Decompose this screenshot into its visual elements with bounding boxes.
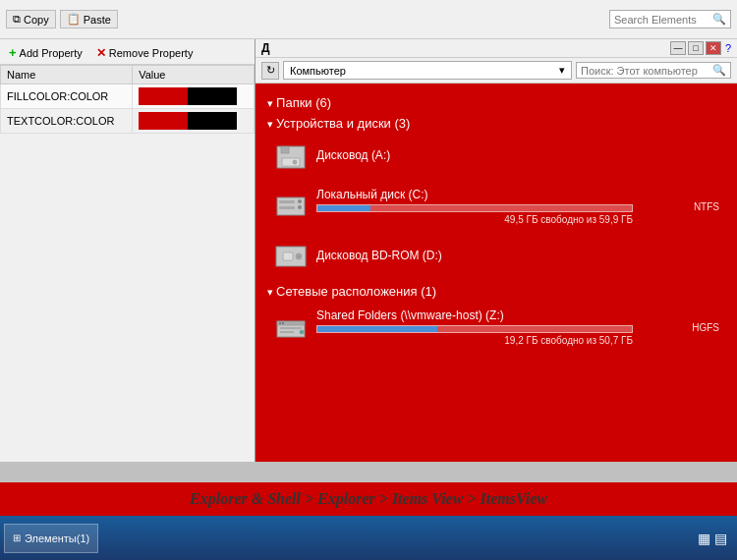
breadcrumb-area: Explorer & Shell > Explorer > Items View… bbox=[0, 482, 737, 516]
search-elements-icon: 🔍 bbox=[712, 13, 726, 26]
svg-point-8 bbox=[298, 205, 302, 209]
table-row: TEXTCOLOR:COLOR bbox=[1, 109, 255, 134]
svg-rect-1 bbox=[281, 146, 289, 153]
network-section-header: Сетевые расположения (1) bbox=[267, 284, 725, 299]
shared-folders-z-bar bbox=[317, 326, 437, 332]
table-row: FILLCOLOR:COLOR bbox=[1, 84, 255, 109]
swatch-black-half bbox=[188, 112, 237, 130]
remove-icon: ✕ bbox=[96, 46, 106, 60]
window-controls: — □ ✕ bbox=[670, 41, 721, 55]
shared-folders-z-fs: HGFS bbox=[641, 322, 719, 333]
shared-folders-z-bar-container bbox=[316, 325, 633, 333]
svg-point-3 bbox=[293, 160, 297, 164]
shared-folders-z-fs-label: HGFS bbox=[692, 322, 719, 333]
explorer-title: Д bbox=[261, 41, 270, 55]
swatch-red-half bbox=[139, 87, 188, 105]
bd-rom-d-info: Дисковод BD-ROM (D:) bbox=[316, 249, 719, 265]
taskbar: ⊞ Элементы(1) ▦ ▤ bbox=[0, 516, 737, 560]
paste-button[interactable]: 📋 Paste bbox=[60, 10, 118, 28]
top-toolbar: ⧉ Copy 📋 Paste 🔍 bbox=[0, 0, 737, 39]
value-column-header: Value bbox=[133, 66, 255, 84]
fillcolor-swatch[interactable] bbox=[139, 87, 237, 105]
svg-rect-17 bbox=[280, 327, 302, 329]
list-item[interactable]: Дисковод BD-ROM (D:) bbox=[267, 237, 725, 276]
add-icon: + bbox=[9, 45, 17, 60]
devices-section-header: Устройства и диски (3) bbox=[267, 116, 725, 131]
list-item[interactable]: Дисковод (A:) bbox=[267, 137, 725, 176]
svg-rect-5 bbox=[279, 200, 295, 203]
bd-rom-d-name: Дисковод BD-ROM (D:) bbox=[316, 249, 719, 262]
property-name-cell: TEXTCOLOR:COLOR bbox=[1, 109, 133, 134]
folders-section-header: Папки (6) bbox=[267, 95, 725, 110]
search-elements-bar: 🔍 bbox=[609, 10, 731, 28]
local-disk-c-name: Локальный диск (C:) bbox=[316, 188, 633, 201]
copy-icon: ⧉ bbox=[13, 13, 21, 26]
address-bar: ↻ Компьютер ▾ 🔍 bbox=[255, 58, 737, 84]
swatch-red-half bbox=[139, 112, 188, 130]
list-item[interactable]: Shared Folders (\\vmware-host) (Z:) 19,2… bbox=[267, 305, 725, 350]
textcolor-swatch[interactable] bbox=[139, 112, 237, 130]
local-disk-c-bar bbox=[317, 205, 370, 211]
svg-point-15 bbox=[279, 322, 281, 324]
add-property-label: Add Property bbox=[20, 47, 83, 59]
svg-rect-10 bbox=[283, 252, 293, 260]
paste-icon: 📋 bbox=[67, 13, 81, 26]
property-toolbar: + Add Property ✕ Remove Property bbox=[0, 39, 255, 65]
taskbar-window-icon: ⊞ bbox=[13, 532, 21, 543]
local-disk-c-info: Локальный диск (C:) 49,5 ГБ свободно из … bbox=[316, 188, 633, 225]
address-text: Компьютер bbox=[290, 65, 346, 77]
svg-rect-2 bbox=[282, 158, 300, 166]
refresh-button[interactable]: ↻ bbox=[261, 62, 279, 80]
search-elements-input[interactable] bbox=[614, 14, 712, 26]
local-disk-c-fs: NTFS bbox=[641, 201, 719, 212]
explorer-content: Папки (6) Устройства и диски (3) Дисково… bbox=[255, 84, 737, 462]
explorer-title-bar: Д — □ ✕ ? bbox=[255, 39, 737, 58]
explorer-search-icon: 🔍 bbox=[712, 64, 726, 77]
svg-rect-7 bbox=[279, 206, 295, 209]
address-input[interactable]: Компьютер ▾ bbox=[283, 61, 572, 80]
left-panel: + Add Property ✕ Remove Property Name Va… bbox=[0, 39, 255, 462]
help-button[interactable]: ? bbox=[725, 42, 731, 54]
taskbar-open-window-button[interactable]: ⊞ Элементы(1) bbox=[4, 524, 98, 553]
svg-point-16 bbox=[282, 322, 284, 324]
svg-rect-18 bbox=[280, 331, 294, 333]
floppy-drive-icon bbox=[273, 140, 309, 172]
paste-label: Paste bbox=[84, 14, 111, 26]
network-drive-icon bbox=[273, 311, 309, 343]
swatch-black-half bbox=[188, 87, 237, 105]
optical-drive-icon bbox=[273, 241, 309, 272]
svg-rect-14 bbox=[277, 321, 305, 325]
add-property-button[interactable]: + Add Property bbox=[4, 43, 87, 62]
taskbar-icons: ▦ ▤ bbox=[698, 531, 733, 546]
svg-point-12 bbox=[298, 255, 300, 257]
property-value-cell[interactable] bbox=[133, 109, 255, 134]
maximize-button[interactable]: □ bbox=[688, 41, 704, 55]
copy-label: Copy bbox=[24, 14, 49, 26]
list-item[interactable]: Локальный диск (C:) 49,5 ГБ свободно из … bbox=[267, 184, 725, 229]
shared-folders-z-free: 19,2 ГБ свободно из 50,7 ГБ bbox=[316, 335, 633, 346]
local-disk-c-free: 49,5 ГБ свободно из 59,9 ГБ bbox=[316, 214, 633, 225]
remove-property-button[interactable]: ✕ Remove Property bbox=[91, 44, 198, 62]
shared-folders-z-name: Shared Folders (\\vmware-host) (Z:) bbox=[316, 308, 633, 322]
close-button[interactable]: ✕ bbox=[706, 41, 721, 55]
name-column-header: Name bbox=[1, 66, 133, 84]
floppy-drive-name: Дисковод (A:) bbox=[316, 148, 719, 162]
breadcrumb: Explorer & Shell > Explorer > Items View… bbox=[190, 490, 547, 507]
minimize-button[interactable]: — bbox=[670, 41, 686, 55]
local-disk-c-bar-container bbox=[316, 204, 633, 212]
explorer-panel: Д — □ ✕ ? ↻ Компьютер ▾ 🔍 Папки (6) Устр… bbox=[255, 39, 737, 462]
taskbar-grid-icon[interactable]: ▦ bbox=[698, 531, 710, 546]
local-disk-c-fs-label: NTFS bbox=[694, 201, 719, 212]
taskbar-open-window-label: Элементы(1) bbox=[25, 532, 89, 544]
svg-point-6 bbox=[298, 199, 302, 203]
copy-button[interactable]: ⧉ Copy bbox=[6, 10, 56, 28]
explorer-search-box: 🔍 bbox=[576, 62, 731, 79]
svg-point-19 bbox=[300, 330, 304, 334]
hdd-drive-icon bbox=[273, 191, 309, 222]
shared-folders-z-info: Shared Folders (\\vmware-host) (Z:) 19,2… bbox=[316, 308, 633, 346]
taskbar-list-icon[interactable]: ▤ bbox=[714, 531, 727, 546]
explorer-search-input[interactable] bbox=[581, 65, 709, 77]
address-dropdown-icon: ▾ bbox=[559, 64, 565, 77]
property-value-cell[interactable] bbox=[133, 84, 255, 109]
properties-table: Name Value FILLCOLOR:COLOR TEXTCOLOR:COL… bbox=[0, 65, 255, 462]
